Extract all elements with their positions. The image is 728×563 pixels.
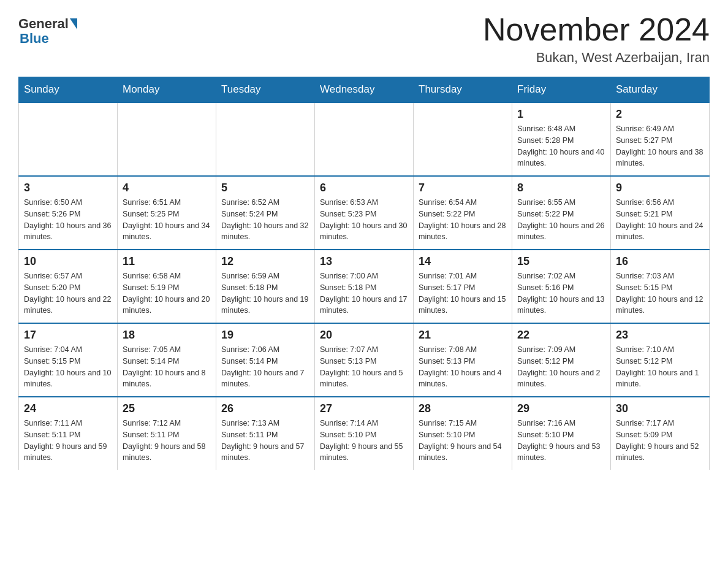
day-detail: Sunrise: 7:10 AMSunset: 5:12 PMDaylight:… bbox=[616, 344, 704, 390]
day-number: 27 bbox=[320, 402, 408, 415]
calendar-cell: 17Sunrise: 7:04 AMSunset: 5:15 PMDayligh… bbox=[19, 323, 118, 397]
day-detail: Sunrise: 6:55 AMSunset: 5:22 PMDaylight:… bbox=[517, 197, 605, 243]
month-title: November 2024 bbox=[483, 12, 710, 47]
day-detail: Sunrise: 6:59 AMSunset: 5:18 PMDaylight:… bbox=[221, 270, 309, 316]
day-number: 23 bbox=[616, 329, 704, 342]
day-number: 17 bbox=[24, 329, 112, 342]
day-detail: Sunrise: 7:11 AMSunset: 5:11 PMDaylight:… bbox=[24, 418, 112, 464]
calendar-week-row: 24Sunrise: 7:11 AMSunset: 5:11 PMDayligh… bbox=[19, 397, 710, 470]
calendar-cell: 21Sunrise: 7:08 AMSunset: 5:13 PMDayligh… bbox=[414, 323, 512, 397]
calendar-cell: 27Sunrise: 7:14 AMSunset: 5:10 PMDayligh… bbox=[315, 397, 414, 470]
calendar-cell: 4Sunrise: 6:51 AMSunset: 5:25 PMDaylight… bbox=[118, 176, 216, 250]
day-detail: Sunrise: 7:09 AMSunset: 5:12 PMDaylight:… bbox=[517, 344, 605, 390]
calendar-cell: 9Sunrise: 6:56 AMSunset: 5:21 PMDaylight… bbox=[611, 176, 710, 250]
day-detail: Sunrise: 6:54 AMSunset: 5:22 PMDaylight:… bbox=[419, 197, 507, 243]
calendar-cell: 3Sunrise: 6:50 AMSunset: 5:26 PMDaylight… bbox=[19, 176, 118, 250]
calendar-week-row: 1Sunrise: 6:48 AMSunset: 5:28 PMDaylight… bbox=[19, 102, 710, 176]
day-detail: Sunrise: 6:57 AMSunset: 5:20 PMDaylight:… bbox=[24, 270, 112, 316]
day-number: 11 bbox=[123, 255, 211, 268]
day-number: 7 bbox=[419, 182, 507, 194]
day-number: 29 bbox=[517, 402, 605, 415]
calendar-header-row: Sunday Monday Tuesday Wednesday Thursday… bbox=[19, 77, 710, 103]
day-number: 28 bbox=[419, 402, 507, 415]
calendar-cell: 11Sunrise: 6:58 AMSunset: 5:19 PMDayligh… bbox=[118, 250, 216, 323]
day-detail: Sunrise: 7:13 AMSunset: 5:11 PMDaylight:… bbox=[221, 418, 309, 464]
location-title: Bukan, West Azerbaijan, Iran bbox=[483, 50, 710, 66]
calendar-cell bbox=[19, 102, 118, 176]
day-detail: Sunrise: 6:58 AMSunset: 5:19 PMDaylight:… bbox=[123, 270, 211, 316]
day-number: 30 bbox=[616, 402, 704, 415]
calendar-cell bbox=[315, 102, 414, 176]
col-tuesday: Tuesday bbox=[216, 77, 315, 103]
day-detail: Sunrise: 6:48 AMSunset: 5:28 PMDaylight:… bbox=[517, 123, 605, 169]
calendar-cell: 16Sunrise: 7:03 AMSunset: 5:15 PMDayligh… bbox=[611, 250, 710, 323]
day-detail: Sunrise: 6:56 AMSunset: 5:21 PMDaylight:… bbox=[616, 197, 704, 243]
calendar-cell: 29Sunrise: 7:16 AMSunset: 5:10 PMDayligh… bbox=[512, 397, 611, 470]
calendar-week-row: 17Sunrise: 7:04 AMSunset: 5:15 PMDayligh… bbox=[19, 323, 710, 397]
day-detail: Sunrise: 6:51 AMSunset: 5:25 PMDaylight:… bbox=[123, 197, 211, 243]
day-detail: Sunrise: 7:12 AMSunset: 5:11 PMDaylight:… bbox=[123, 418, 211, 464]
logo: General Blue bbox=[18, 12, 78, 47]
day-number: 4 bbox=[123, 182, 211, 194]
calendar-cell: 6Sunrise: 6:53 AMSunset: 5:23 PMDaylight… bbox=[315, 176, 414, 250]
calendar-cell: 8Sunrise: 6:55 AMSunset: 5:22 PMDaylight… bbox=[512, 176, 611, 250]
calendar-week-row: 3Sunrise: 6:50 AMSunset: 5:26 PMDaylight… bbox=[19, 176, 710, 250]
day-number: 5 bbox=[221, 182, 309, 194]
day-number: 1 bbox=[517, 108, 605, 121]
day-number: 21 bbox=[419, 329, 507, 342]
col-saturday: Saturday bbox=[611, 77, 710, 103]
col-wednesday: Wednesday bbox=[315, 77, 414, 103]
day-number: 19 bbox=[221, 329, 309, 342]
day-detail: Sunrise: 7:03 AMSunset: 5:15 PMDaylight:… bbox=[616, 270, 704, 316]
calendar-cell: 2Sunrise: 6:49 AMSunset: 5:27 PMDaylight… bbox=[611, 102, 710, 176]
day-number: 14 bbox=[419, 255, 507, 268]
calendar-cell: 10Sunrise: 6:57 AMSunset: 5:20 PMDayligh… bbox=[19, 250, 118, 323]
day-number: 9 bbox=[616, 182, 704, 194]
day-detail: Sunrise: 7:06 AMSunset: 5:14 PMDaylight:… bbox=[221, 344, 309, 390]
day-detail: Sunrise: 7:16 AMSunset: 5:10 PMDaylight:… bbox=[517, 418, 605, 464]
calendar-cell: 25Sunrise: 7:12 AMSunset: 5:11 PMDayligh… bbox=[118, 397, 216, 470]
day-detail: Sunrise: 7:02 AMSunset: 5:16 PMDaylight:… bbox=[517, 270, 605, 316]
day-detail: Sunrise: 7:15 AMSunset: 5:10 PMDaylight:… bbox=[419, 418, 507, 464]
day-detail: Sunrise: 6:49 AMSunset: 5:27 PMDaylight:… bbox=[616, 123, 704, 169]
day-detail: Sunrise: 7:04 AMSunset: 5:15 PMDaylight:… bbox=[24, 344, 112, 390]
day-number: 2 bbox=[616, 108, 704, 121]
day-detail: Sunrise: 7:05 AMSunset: 5:14 PMDaylight:… bbox=[123, 344, 211, 390]
calendar-cell: 13Sunrise: 7:00 AMSunset: 5:18 PMDayligh… bbox=[315, 250, 414, 323]
day-detail: Sunrise: 7:07 AMSunset: 5:13 PMDaylight:… bbox=[320, 344, 408, 390]
logo-arrow-icon bbox=[70, 18, 77, 29]
day-number: 26 bbox=[221, 402, 309, 415]
day-number: 10 bbox=[24, 255, 112, 268]
day-number: 18 bbox=[123, 329, 211, 342]
calendar-cell: 19Sunrise: 7:06 AMSunset: 5:14 PMDayligh… bbox=[216, 323, 315, 397]
day-number: 13 bbox=[320, 255, 408, 268]
logo-blue-text: Blue bbox=[20, 31, 49, 47]
calendar-cell: 23Sunrise: 7:10 AMSunset: 5:12 PMDayligh… bbox=[611, 323, 710, 397]
day-number: 20 bbox=[320, 329, 408, 342]
day-number: 3 bbox=[24, 182, 112, 194]
logo-top: General bbox=[18, 16, 78, 32]
calendar-table: Sunday Monday Tuesday Wednesday Thursday… bbox=[18, 77, 710, 470]
day-detail: Sunrise: 7:08 AMSunset: 5:13 PMDaylight:… bbox=[419, 344, 507, 390]
logo-general-text: General bbox=[18, 16, 69, 32]
day-detail: Sunrise: 6:50 AMSunset: 5:26 PMDaylight:… bbox=[24, 197, 112, 243]
calendar-cell: 7Sunrise: 6:54 AMSunset: 5:22 PMDaylight… bbox=[414, 176, 512, 250]
day-detail: Sunrise: 7:00 AMSunset: 5:18 PMDaylight:… bbox=[320, 270, 408, 316]
day-number: 15 bbox=[517, 255, 605, 268]
calendar-cell bbox=[216, 102, 315, 176]
day-detail: Sunrise: 7:01 AMSunset: 5:17 PMDaylight:… bbox=[419, 270, 507, 316]
day-number: 12 bbox=[221, 255, 309, 268]
calendar-cell: 26Sunrise: 7:13 AMSunset: 5:11 PMDayligh… bbox=[216, 397, 315, 470]
day-number: 8 bbox=[517, 182, 605, 194]
calendar-week-row: 10Sunrise: 6:57 AMSunset: 5:20 PMDayligh… bbox=[19, 250, 710, 323]
calendar-cell: 15Sunrise: 7:02 AMSunset: 5:16 PMDayligh… bbox=[512, 250, 611, 323]
day-detail: Sunrise: 7:17 AMSunset: 5:09 PMDaylight:… bbox=[616, 418, 704, 464]
calendar-cell: 12Sunrise: 6:59 AMSunset: 5:18 PMDayligh… bbox=[216, 250, 315, 323]
calendar-cell: 30Sunrise: 7:17 AMSunset: 5:09 PMDayligh… bbox=[611, 397, 710, 470]
day-detail: Sunrise: 6:52 AMSunset: 5:24 PMDaylight:… bbox=[221, 197, 309, 243]
col-monday: Monday bbox=[118, 77, 216, 103]
calendar-cell: 5Sunrise: 6:52 AMSunset: 5:24 PMDaylight… bbox=[216, 176, 315, 250]
calendar-cell: 14Sunrise: 7:01 AMSunset: 5:17 PMDayligh… bbox=[414, 250, 512, 323]
calendar-cell: 20Sunrise: 7:07 AMSunset: 5:13 PMDayligh… bbox=[315, 323, 414, 397]
calendar-cell bbox=[414, 102, 512, 176]
